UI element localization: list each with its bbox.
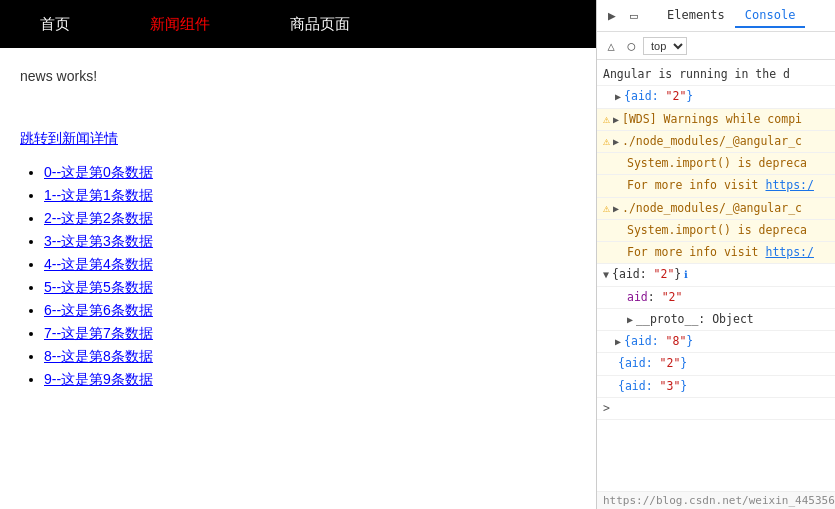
info-link[interactable]: https:/: [765, 178, 813, 192]
console-line: For more info visit https:/: [597, 175, 835, 197]
console-expanded-proto[interactable]: ▶__proto__: Object: [597, 309, 835, 331]
news-list-item: 6--这是第6条数据: [44, 302, 576, 320]
warn-icon: ⚠: [603, 134, 610, 148]
proto-triangle-icon: ▶: [627, 314, 633, 325]
console-line-warn: ⚠▶./node_modules/_@angular_c: [597, 198, 835, 220]
console-line[interactable]: ▶{aid: "2"}: [597, 86, 835, 108]
console-line: System.import() is depreca: [597, 153, 835, 175]
news-list-link[interactable]: 8--这是第8条数据: [44, 348, 153, 364]
obj-text: {aid: "2"}: [624, 89, 693, 103]
warn-icon: ⚠: [603, 112, 610, 126]
console-expanded-key: aid: "2": [597, 287, 835, 309]
news-list: 0--这是第0条数据1--这是第1条数据2--这是第2条数据3--这是第3条数据…: [20, 164, 576, 389]
obj-key: aid: [627, 290, 648, 304]
console-line-obj[interactable]: {aid: "2"}: [597, 353, 835, 375]
app-panel: 首页 新闻组件 商品页面 news works! 跳转到新闻详情 0--这是第0…: [0, 0, 597, 509]
clear-icon[interactable]: △: [603, 38, 619, 54]
tab-elements[interactable]: Elements: [657, 4, 735, 28]
obj-label: {aid: "2"}: [612, 267, 681, 281]
warn-text: ./node_modules/_@angular_c: [622, 134, 802, 148]
warn-text: ./node_modules/_@angular_c: [622, 201, 802, 215]
warn-text: [WDS] Warnings while compi: [622, 112, 802, 126]
expand-triangle-icon: ▼: [603, 269, 609, 280]
jump-to-news-link[interactable]: 跳转到新闻详情: [20, 130, 576, 148]
tab-console[interactable]: Console: [735, 4, 806, 28]
cursor-icon[interactable]: ▶: [603, 7, 621, 25]
device-icon[interactable]: ▭: [625, 7, 643, 25]
triangle-icon: ▶: [615, 91, 621, 102]
news-works-text: news works!: [20, 68, 576, 84]
prompt-arrow: >: [603, 401, 610, 415]
warn-icon: ⚠: [603, 201, 610, 215]
console-line-obj[interactable]: {aid: "3"}: [597, 376, 835, 398]
obj-value: "2": [662, 290, 683, 304]
warn-detail: For more info visit https:/: [627, 245, 814, 259]
warn-detail: System.import() is depreca: [627, 223, 807, 237]
devtools-filter-toolbar: △ ◯ top: [597, 32, 835, 60]
console-prompt[interactable]: >: [597, 398, 835, 420]
console-line-warn: ⚠▶[WDS] Warnings while compi: [597, 109, 835, 131]
devtools-tabs: Elements Console: [657, 4, 805, 28]
proto-text: __proto__: Object: [636, 312, 754, 326]
news-list-item: 9--这是第9条数据: [44, 371, 576, 389]
warn-detail: System.import() is depreca: [627, 156, 807, 170]
warn-detail: For more info visit https:/: [627, 178, 814, 192]
news-list-link[interactable]: 1--这是第1条数据: [44, 187, 153, 203]
triangle-icon: ▶: [613, 114, 619, 125]
nav-products[interactable]: 商品页面: [250, 1, 390, 48]
main-content: news works! 跳转到新闻详情 0--这是第0条数据1--这是第1条数据…: [0, 48, 596, 509]
news-list-link[interactable]: 9--这是第9条数据: [44, 371, 153, 387]
devtools-output: Angular is running in the d ▶{aid: "2"} …: [597, 60, 835, 491]
footer-url: https://blog.csdn.net/weixin_44535675: [597, 491, 835, 509]
console-line: Angular is running in the d: [597, 64, 835, 86]
devtools-panel: ▶ ▭ Elements Console △ ◯ top Angular is …: [597, 0, 835, 509]
news-list-link[interactable]: 4--这是第4条数据: [44, 256, 153, 272]
news-list-item: 2--这是第2条数据: [44, 210, 576, 228]
info-link[interactable]: https:/: [765, 245, 813, 259]
console-line-obj-expanded[interactable]: ▼{aid: "2"}ℹ: [597, 264, 835, 286]
news-list-link[interactable]: 6--这是第6条数据: [44, 302, 153, 318]
triangle-icon: ▶: [615, 336, 621, 347]
news-list-link[interactable]: 5--这是第5条数据: [44, 279, 153, 295]
context-dropdown[interactable]: top: [643, 37, 687, 55]
news-list-item: 4--这是第4条数据: [44, 256, 576, 274]
news-list-link[interactable]: 7--这是第7条数据: [44, 325, 153, 341]
info-icon: ℹ: [684, 269, 688, 280]
devtools-toolbar: ▶ ▭ Elements Console: [597, 0, 835, 32]
console-line-warn: ⚠▶./node_modules/_@angular_c: [597, 131, 835, 153]
nav-news[interactable]: 新闻组件: [110, 1, 250, 48]
triangle-icon: ▶: [613, 136, 619, 147]
block-icon[interactable]: ◯: [623, 38, 639, 54]
triangle-icon: ▶: [613, 203, 619, 214]
nav-home[interactable]: 首页: [0, 1, 110, 48]
console-text: Angular is running in the d: [603, 67, 790, 81]
news-list-item: 8--这是第8条数据: [44, 348, 576, 366]
obj-text: {aid: "8"}: [624, 334, 693, 348]
news-list-link[interactable]: 0--这是第0条数据: [44, 164, 153, 180]
news-list-link[interactable]: 2--这是第2条数据: [44, 210, 153, 226]
navbar: 首页 新闻组件 商品页面: [0, 0, 596, 48]
console-line-obj[interactable]: ▶{aid: "8"}: [597, 331, 835, 353]
console-line: System.import() is depreca: [597, 220, 835, 242]
news-list-link[interactable]: 3--这是第3条数据: [44, 233, 153, 249]
obj-text: {aid: "2"}: [618, 356, 687, 370]
news-list-item: 5--这是第5条数据: [44, 279, 576, 297]
news-list-item: 3--这是第3条数据: [44, 233, 576, 251]
news-list-item: 7--这是第7条数据: [44, 325, 576, 343]
obj-text: {aid: "3"}: [618, 379, 687, 393]
console-line: For more info visit https:/: [597, 242, 835, 264]
news-list-item: 0--这是第0条数据: [44, 164, 576, 182]
news-list-item: 1--这是第1条数据: [44, 187, 576, 205]
